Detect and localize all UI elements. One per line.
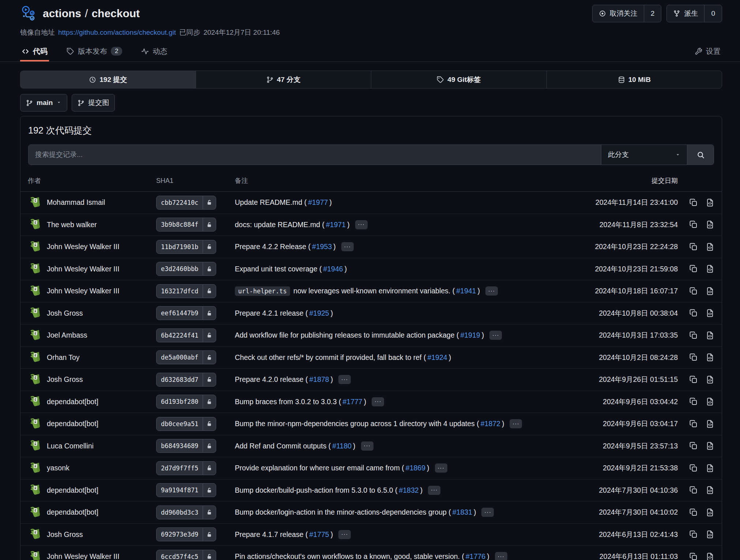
- copy-sha-icon[interactable]: [689, 220, 698, 229]
- expand-commit-body-button[interactable]: ···: [355, 220, 368, 229]
- commit-issue-link[interactable]: #1776: [466, 552, 485, 560]
- expand-commit-body-button[interactable]: ···: [485, 286, 498, 296]
- expand-commit-body-button[interactable]: ···: [372, 397, 384, 406]
- user-avatar-teacup[interactable]: [28, 373, 42, 387]
- commit-issue-link[interactable]: #1977: [308, 198, 328, 207]
- commit-author-name[interactable]: Mohammad Ismail: [47, 198, 105, 207]
- commit-issue-link[interactable]: #1832: [399, 486, 418, 495]
- commit-search-input[interactable]: [29, 145, 601, 165]
- copy-sha-icon[interactable]: [689, 508, 698, 517]
- commit-sha-button[interactable]: 692973e3d9: [156, 527, 216, 541]
- commit-issue-link[interactable]: #1925: [309, 309, 329, 317]
- expand-commit-body-button[interactable]: ···: [341, 242, 354, 251]
- copy-sha-icon[interactable]: [689, 198, 698, 207]
- commit-issue-link[interactable]: #1869: [406, 464, 425, 472]
- commit-issue-link[interactable]: #1919: [460, 331, 480, 339]
- copy-sha-icon[interactable]: [689, 309, 698, 317]
- commit-author-name[interactable]: Josh Gross: [47, 530, 83, 539]
- user-avatar-teacup[interactable]: [28, 505, 42, 519]
- user-avatar-teacup[interactable]: [28, 196, 42, 210]
- copy-sha-icon[interactable]: [689, 353, 698, 362]
- repo-name-link[interactable]: checkout: [91, 7, 140, 20]
- commit-sha-button[interactable]: d632683dd7: [156, 373, 216, 387]
- user-avatar-teacup[interactable]: [28, 417, 42, 431]
- repo-avatar-actions-logo[interactable]: [20, 5, 38, 22]
- expand-commit-body-button[interactable]: ···: [510, 419, 522, 428]
- commit-author-name[interactable]: John Wesley Walker III: [47, 243, 119, 251]
- commit-issue-link[interactable]: #1180: [332, 442, 352, 450]
- commit-author-name[interactable]: dependabot[bot]: [47, 486, 98, 495]
- branch-selector[interactable]: main: [20, 94, 67, 112]
- copy-sha-icon[interactable]: [689, 264, 698, 273]
- commit-author-name[interactable]: The web walker: [47, 221, 97, 229]
- mirror-url-link[interactable]: https://github.com/actions/checkout.git: [58, 29, 176, 37]
- commit-author-name[interactable]: yasonk: [47, 464, 70, 472]
- commit-sha-button[interactable]: db0cee9a51: [156, 417, 216, 431]
- commit-sha-button[interactable]: 6b42224f41: [156, 328, 216, 342]
- copy-sha-icon[interactable]: [689, 441, 698, 450]
- unwatch-button[interactable]: 取消关注 2: [592, 5, 662, 22]
- browse-source-icon[interactable]: [706, 486, 714, 495]
- copy-sha-icon[interactable]: [689, 464, 698, 473]
- commit-sha-button[interactable]: b684934689: [156, 439, 216, 453]
- repo-owner-link[interactable]: actions: [43, 7, 81, 20]
- commit-author-name[interactable]: Joel Ambass: [47, 331, 87, 339]
- expand-commit-body-button[interactable]: ···: [338, 375, 351, 384]
- copy-sha-icon[interactable]: [689, 243, 698, 251]
- commit-issue-link[interactable]: #1971: [326, 221, 346, 229]
- user-avatar-teacup[interactable]: [28, 328, 42, 342]
- commit-sha-button[interactable]: cbb722410c: [156, 196, 216, 210]
- commit-author-name[interactable]: John Wesley Walker III: [47, 552, 119, 560]
- copy-sha-icon[interactable]: [689, 287, 698, 296]
- user-avatar-teacup[interactable]: [28, 395, 42, 409]
- commit-issue-link[interactable]: #1878: [309, 375, 329, 384]
- copy-sha-icon[interactable]: [689, 420, 698, 428]
- browse-source-icon[interactable]: [706, 441, 714, 450]
- commit-sha-button[interactable]: 11bd71901b: [156, 240, 216, 254]
- commit-author-name[interactable]: dependabot[bot]: [47, 508, 98, 516]
- commit-author-name[interactable]: John Wesley Walker III: [47, 287, 119, 295]
- user-avatar-teacup[interactable]: [28, 262, 42, 276]
- commit-author-name[interactable]: dependabot[bot]: [47, 420, 98, 428]
- user-avatar-teacup[interactable]: [28, 461, 42, 475]
- user-avatar-teacup[interactable]: [28, 240, 42, 254]
- copy-sha-icon[interactable]: [689, 530, 698, 539]
- expand-commit-body-button[interactable]: ···: [428, 486, 440, 495]
- forks-count[interactable]: 0: [704, 5, 722, 22]
- browse-source-icon[interactable]: [706, 309, 714, 317]
- copy-sha-icon[interactable]: [689, 397, 698, 406]
- browse-source-icon[interactable]: [706, 220, 714, 229]
- copy-sha-icon[interactable]: [689, 375, 698, 384]
- user-avatar-teacup[interactable]: [28, 439, 42, 453]
- copy-sha-icon[interactable]: [689, 331, 698, 340]
- commit-issue-link[interactable]: #1953: [312, 243, 332, 251]
- commit-author-name[interactable]: Luca Comellini: [47, 442, 94, 450]
- copy-sha-icon[interactable]: [689, 552, 698, 560]
- copy-sha-icon[interactable]: [689, 486, 698, 495]
- browse-source-icon[interactable]: [706, 287, 714, 296]
- browse-source-icon[interactable]: [706, 264, 714, 273]
- tab-code[interactable]: 代码: [20, 41, 49, 61]
- browse-source-icon[interactable]: [706, 420, 714, 428]
- commit-sha-button[interactable]: eef61447b9: [156, 306, 216, 320]
- browse-source-icon[interactable]: [706, 353, 714, 362]
- commit-author-name[interactable]: Orhan Toy: [47, 353, 80, 362]
- commit-sha-button[interactable]: 3b9b8c884f: [156, 218, 216, 232]
- expand-commit-body-button[interactable]: ···: [435, 463, 447, 473]
- commit-author-name[interactable]: Josh Gross: [47, 375, 83, 384]
- tab-activity[interactable]: 动态: [140, 41, 169, 61]
- user-avatar-teacup[interactable]: [28, 483, 42, 497]
- tab-releases[interactable]: 版本发布 2: [65, 41, 124, 61]
- expand-commit-body-button[interactable]: ···: [361, 441, 373, 451]
- user-avatar-teacup[interactable]: [28, 218, 42, 232]
- commit-sha-button[interactable]: e3d2460bbb: [156, 262, 216, 276]
- user-avatar-teacup[interactable]: [28, 350, 42, 364]
- commit-issue-link[interactable]: #1924: [427, 353, 447, 362]
- stat-branches[interactable]: 47 分支: [196, 71, 371, 88]
- commit-sha-button[interactable]: dd960bd3c3: [156, 505, 216, 519]
- browse-source-icon[interactable]: [706, 530, 714, 539]
- expand-commit-body-button[interactable]: ···: [338, 530, 351, 539]
- branch-filter-dropdown[interactable]: 此分支: [601, 145, 687, 165]
- user-avatar-teacup[interactable]: [28, 306, 42, 320]
- expand-commit-body-button[interactable]: ···: [481, 508, 494, 517]
